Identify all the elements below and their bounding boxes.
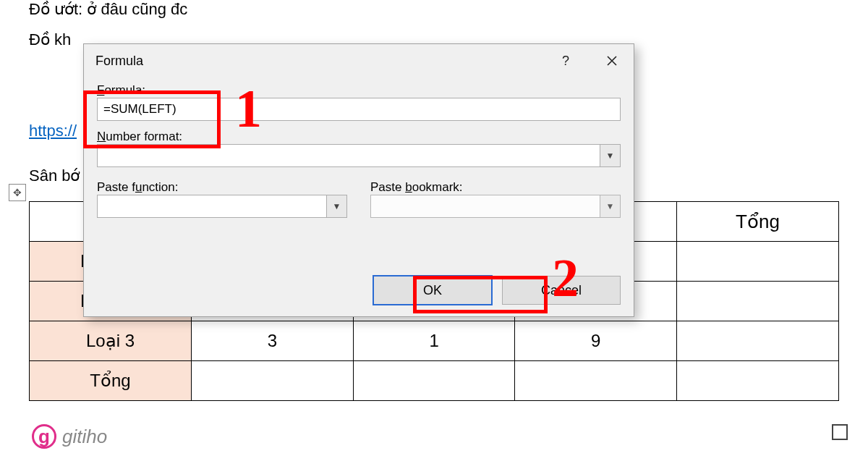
watermark-logo-icon: g xyxy=(32,424,56,449)
cell[interactable] xyxy=(192,361,354,401)
chevron-down-icon[interactable]: ▼ xyxy=(600,195,620,217)
doc-line-2: Đồ kh xyxy=(29,30,71,49)
paste-function-label: Paste function: xyxy=(97,180,347,195)
table-header-total[interactable]: Tổng xyxy=(677,202,839,242)
annotation-number-1: 1 xyxy=(235,78,262,140)
annotation-box-1 xyxy=(83,90,221,148)
chevron-down-icon[interactable]: ▼ xyxy=(326,195,346,217)
close-button[interactable] xyxy=(597,50,626,72)
doc-line-3: Sân bớ xyxy=(29,166,80,185)
cell[interactable] xyxy=(677,282,839,321)
cell[interactable] xyxy=(353,361,515,401)
doc-line-1: Đồ ướt: ở đâu cũng đc xyxy=(29,0,187,19)
end-of-cell-marker xyxy=(832,424,848,440)
row-label-2[interactable]: Loại 3 xyxy=(30,321,192,361)
cell[interactable] xyxy=(677,242,839,282)
cell[interactable] xyxy=(515,361,677,401)
dialog-titlebar[interactable]: Formula ? xyxy=(84,44,634,77)
help-button[interactable]: ? xyxy=(551,50,580,72)
table-move-handle-icon[interactable]: ✥ xyxy=(9,184,26,201)
row-label-3[interactable]: Tổng xyxy=(30,361,192,401)
close-icon xyxy=(607,56,617,66)
table-row[interactable]: Loại 3 3 1 9 xyxy=(30,321,839,361)
paste-function-combo[interactable]: ▼ xyxy=(97,195,347,218)
cell[interactable]: 9 xyxy=(515,321,677,361)
paste-bookmark-value[interactable] xyxy=(371,195,600,217)
cell[interactable]: 3 xyxy=(192,321,354,361)
watermark-text: gitiho xyxy=(62,426,107,448)
paste-function-value[interactable] xyxy=(98,195,326,217)
cell[interactable] xyxy=(677,321,839,361)
paste-bookmark-label: Paste bookmark: xyxy=(370,180,621,195)
table-row[interactable]: Tổng xyxy=(30,361,839,401)
annotation-box-2 xyxy=(413,276,548,313)
paste-bookmark-combo[interactable]: ▼ xyxy=(370,195,621,218)
dialog-title: Formula xyxy=(95,54,143,69)
watermark: g gitiho xyxy=(32,424,107,449)
chevron-down-icon[interactable]: ▼ xyxy=(600,145,620,166)
cell[interactable]: 1 xyxy=(353,321,515,361)
doc-hyperlink[interactable]: https:// xyxy=(29,122,77,140)
annotation-number-2: 2 xyxy=(552,248,579,309)
cell[interactable] xyxy=(677,361,839,401)
